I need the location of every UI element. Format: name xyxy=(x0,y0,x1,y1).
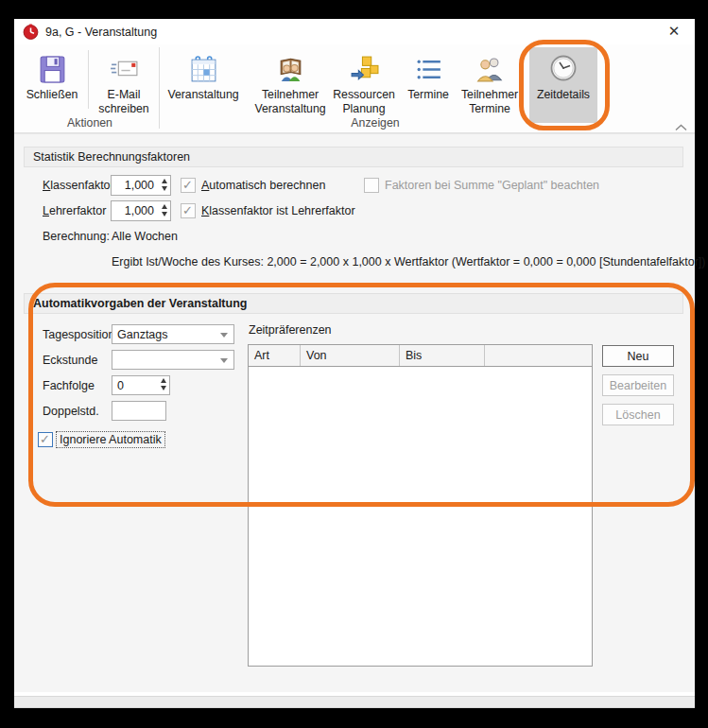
zeitpraeferenzen-table-header: Art Von Bis xyxy=(249,345,592,367)
eckstunde-dropdown[interactable] xyxy=(112,350,234,370)
loeschen-button: Löschen xyxy=(602,404,674,425)
eckstunde-label: Eckstunde xyxy=(43,354,97,367)
ignoriere-automatik-label[interactable]: Ignoriere Automatik xyxy=(57,432,164,447)
fachfolge-spinner[interactable]: 0 xyxy=(112,375,170,395)
ribbon-group-anzeigen-label: Anzeigen xyxy=(319,116,432,130)
spinner-arrows-icon[interactable] xyxy=(162,204,167,217)
ribbon-group-divider xyxy=(159,47,160,129)
automatisch-berechnen-label: Automatisch berechnen xyxy=(201,179,325,192)
zeitpraeferenzen-label: Zeitpräferenzen xyxy=(249,323,332,337)
resources-icon xyxy=(349,52,380,86)
participants-icon xyxy=(475,52,506,86)
email-icon xyxy=(109,52,140,86)
ribbon-button-termine[interactable]: Termine xyxy=(402,47,455,123)
window-title: 9a, G - Veranstaltung xyxy=(45,26,157,39)
ribbon-button-veranstaltung[interactable]: Veranstaltung xyxy=(162,47,245,123)
faktoren-geplant-checkbox xyxy=(364,178,379,193)
neu-button[interactable]: Neu xyxy=(602,345,674,367)
ergibt-formula-text: Ergibt Ist/Woche des Kurses: 2,000 = 2,0… xyxy=(112,255,705,269)
ribbon-button-label: Termine xyxy=(407,88,449,102)
ignoriere-automatik-checkbox[interactable] xyxy=(38,432,53,447)
ribbon-button-schliessen[interactable]: Schließen xyxy=(19,47,85,123)
column-header-empty xyxy=(485,345,592,366)
desktop-background: { "window": { "title": "9a, G - Veransta… xyxy=(0,0,708,728)
ribbon-toolbar: Schließen E-Mail schreiben Aktionen xyxy=(14,44,695,133)
column-header-art[interactable]: Art xyxy=(249,345,301,366)
klassenfaktor-spinner[interactable]: 1,000 xyxy=(111,175,171,196)
chevron-down-icon xyxy=(220,358,228,363)
ribbon-button-label: E-Mail schreiben xyxy=(91,88,157,115)
doppelstd-label: Doppelstd. xyxy=(43,405,99,418)
fachfolge-label: Fachfolge xyxy=(43,379,95,392)
lehrerfaktor-label: Lehrerfaktor xyxy=(43,204,106,217)
berechnung-label: Berechnung: xyxy=(43,230,110,243)
ribbon-button-email-schreiben[interactable]: E-Mail schreiben xyxy=(91,47,157,123)
berechnung-value: Alle Wochen xyxy=(112,230,178,243)
participants-book-icon xyxy=(275,52,306,86)
ribbon-group-aktionen-label: Aktionen xyxy=(33,116,147,130)
status-bar xyxy=(14,696,695,708)
klassenfaktor-ist-lehrerfaktor-checkbox[interactable] xyxy=(181,203,196,218)
calendar-icon xyxy=(188,52,219,86)
lehrerfaktor-spinner[interactable]: 1,000 xyxy=(111,200,171,221)
ribbon-button-teilnehmer-termine[interactable]: Teilnehmer Termine xyxy=(456,47,524,123)
lehrerfaktor-value: 1,000 xyxy=(125,204,154,217)
app-window: 9a, G - Veranstaltung ✕ Schließen xyxy=(14,19,695,708)
ribbon-button-label: Zeitdetails xyxy=(537,88,590,102)
ribbon-button-teilnehmer-veranstaltung[interactable]: Teilnehmer Veranstaltung xyxy=(247,47,334,123)
section-header-automatikvorgaben: Automatikvorgaben der Veranstaltung xyxy=(24,293,683,314)
tagesposition-dropdown[interactable]: Ganztags xyxy=(112,324,234,344)
close-window-button[interactable]: ✕ xyxy=(663,21,685,42)
ribbon-button-zeitdetails[interactable]: Zeitdetails xyxy=(529,47,597,123)
ribbon-divider xyxy=(88,50,89,109)
doppelstd-input[interactable] xyxy=(112,401,166,421)
faktoren-geplant-label: Faktoren bei Summe "Geplant" beachten xyxy=(385,179,599,192)
tagesposition-label: Tagesposition xyxy=(43,328,114,341)
section-header-statistik: Statistik Berechnungsfaktoren xyxy=(24,147,683,167)
fachfolge-value: 0 xyxy=(117,379,124,392)
zeitpraeferenzen-table[interactable]: Art Von Bis xyxy=(248,344,593,667)
column-header-bis[interactable]: Bis xyxy=(400,345,485,366)
tagesposition-value: Ganztags xyxy=(117,328,168,341)
spinner-arrows-icon[interactable] xyxy=(161,378,166,390)
list-icon xyxy=(413,52,444,86)
title-bar: 9a, G - Veranstaltung ✕ xyxy=(14,19,695,44)
klassenfaktor-value: 1,000 xyxy=(125,179,154,192)
bearbeiten-button: Bearbeiten xyxy=(602,374,674,396)
ribbon-button-label: Teilnehmer Termine xyxy=(456,88,524,115)
untis-logo-icon xyxy=(23,24,39,40)
ribbon-button-label: Teilnehmer Veranstaltung xyxy=(247,88,334,115)
automatisch-berechnen-checkbox[interactable] xyxy=(181,178,196,193)
save-icon xyxy=(37,52,68,86)
column-header-von[interactable]: Von xyxy=(301,345,400,366)
spinner-arrows-icon[interactable] xyxy=(162,179,167,191)
ribbon-button-ressourcen-planung[interactable]: Ressourcen Planung xyxy=(327,47,401,123)
chevron-down-icon xyxy=(220,333,228,338)
ribbon-button-label: Veranstaltung xyxy=(167,88,238,102)
clock-icon xyxy=(547,52,579,86)
klassenfaktor-ist-lehrerfaktor-label: Klassenfaktor ist Lehrerfaktor xyxy=(201,204,355,217)
ribbon-button-label: Ressourcen Planung xyxy=(327,88,401,115)
zeitpraeferenzen-table-body[interactable] xyxy=(249,367,592,667)
klassenfaktor-label: Klassenfaktor xyxy=(43,179,114,192)
ribbon-button-label: Schließen xyxy=(26,88,78,102)
